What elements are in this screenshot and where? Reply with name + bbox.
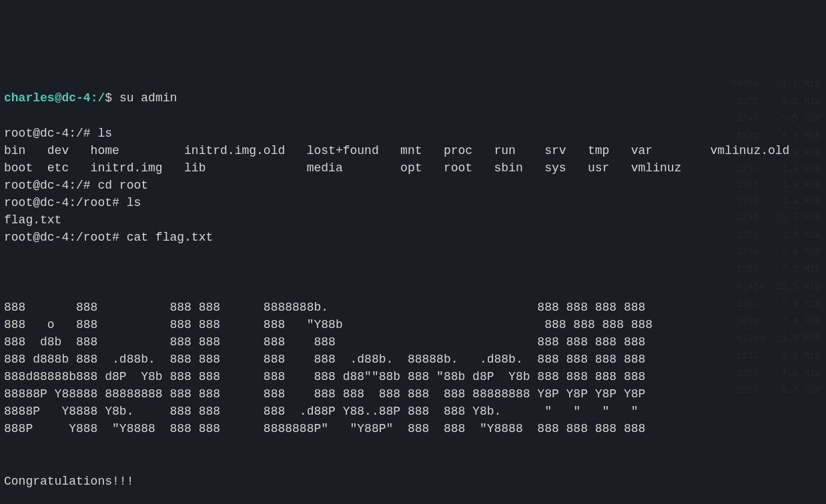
terminal-line: root@dc-4:/root# ls: [4, 194, 822, 211]
output-text: bin dev home initrd.img.old lost+found m…: [4, 144, 789, 157]
output-text: [4, 492, 11, 504]
output-text: Congratulations!!!: [4, 475, 133, 488]
terminal-line: 888 d888b 888 .d88b. 888 888 888 888 .d8…: [4, 351, 822, 368]
prompt-hostname: dc-4: [61, 91, 90, 105]
terminal-line: bin dev home initrd.img.old lost+found m…: [4, 142, 822, 159]
prompt-path: :/: [91, 91, 105, 105]
terminal-line: 888d88888b888 d8P Y8b 888 888 888 888 d8…: [4, 368, 822, 385]
output-text: [4, 283, 11, 297]
prompt-at: @: [55, 91, 62, 105]
output-text: [4, 265, 11, 279]
command-text: cat flag.txt: [127, 231, 214, 244]
output-text: 888 888 888 888 8888888b. 888 888 888 88…: [4, 301, 645, 314]
output-text: [4, 457, 11, 470]
terminal-line: [4, 246, 822, 263]
root-prompt: root@dc-4:/root#: [4, 196, 127, 209]
output-text: 888 o 888 888 888 888 "Y88b 888 888 888 …: [4, 318, 653, 331]
command-text: cd root: [97, 179, 148, 192]
terminal-line: boot etc initrd.img lib media opt root s…: [4, 159, 822, 177]
terminal-line: 88888P Y88888 88888888 888 888 888 888 8…: [4, 385, 822, 403]
terminal-line: root@dc-4:/root# cat flag.txt: [4, 229, 822, 246]
output-text: 888d88888b888 d8P Y8b 888 888 888 888 d8…: [4, 370, 645, 383]
terminal-line: 888P Y888 "Y8888 888 888 8888888P" "Y88P…: [4, 420, 822, 437]
terminal-line: 888 d8b 888 888 888 888 888 888 888 888 …: [4, 333, 822, 351]
terminal-line: Congratulations!!!: [4, 473, 822, 490]
prompt-symbol: $: [105, 91, 119, 105]
terminal-line: 888 888 888 888 8888888b. 888 888 888 88…: [4, 299, 822, 316]
output-text: 8888P Y8888 Y8b. 888 888 888 .d88P Y88..…: [4, 405, 639, 418]
output-text: boot etc initrd.img lib media opt root s…: [4, 161, 681, 175]
terminal-output[interactable]: charles@dc-4:/$ su admin root@dc-4:/# ls…: [4, 72, 822, 504]
prompt-user: charles: [4, 91, 55, 105]
root-prompt: root@dc-4:/#: [4, 127, 97, 140]
terminal-line: [4, 281, 822, 299]
command-text: ls: [97, 127, 112, 140]
output-text: 888P Y888 "Y8888 888 888 8888888P" "Y88P…: [4, 422, 645, 435]
terminal-line: 8888P Y8888 Y8b. 888 888 888 .d88P Y88..…: [4, 403, 822, 420]
output-text: [4, 248, 11, 261]
command-su: su admin: [119, 91, 177, 105]
output-text: [4, 439, 11, 453]
root-prompt: root@dc-4:/root#: [4, 231, 127, 244]
command-text: ls: [127, 196, 141, 209]
terminal-line: root@dc-4:/# ls: [4, 125, 822, 142]
output-text: 888 d8b 888 888 888 888 888 888 888 888 …: [4, 335, 645, 349]
terminal-line: [4, 437, 822, 455]
terminal-line: flag.txt: [4, 211, 822, 229]
terminal-line: [4, 263, 822, 281]
output-text: 888 d888b 888 .d88b. 888 888 888 888 .d8…: [4, 353, 645, 366]
terminal-line: root@dc-4:/# cd root: [4, 177, 822, 194]
terminal-line: [4, 455, 822, 472]
terminal-line: 888 o 888 888 888 888 "Y88b 888 888 888 …: [4, 316, 822, 333]
output-text: 88888P Y88888 88888888 888 888 888 888 8…: [4, 387, 645, 401]
root-prompt: root@dc-4:/#: [4, 179, 97, 192]
prompt-line-1: charles@dc-4:/$ su admin: [4, 89, 822, 107]
output-text: flag.txt: [4, 213, 61, 227]
terminal-line: [4, 490, 822, 504]
